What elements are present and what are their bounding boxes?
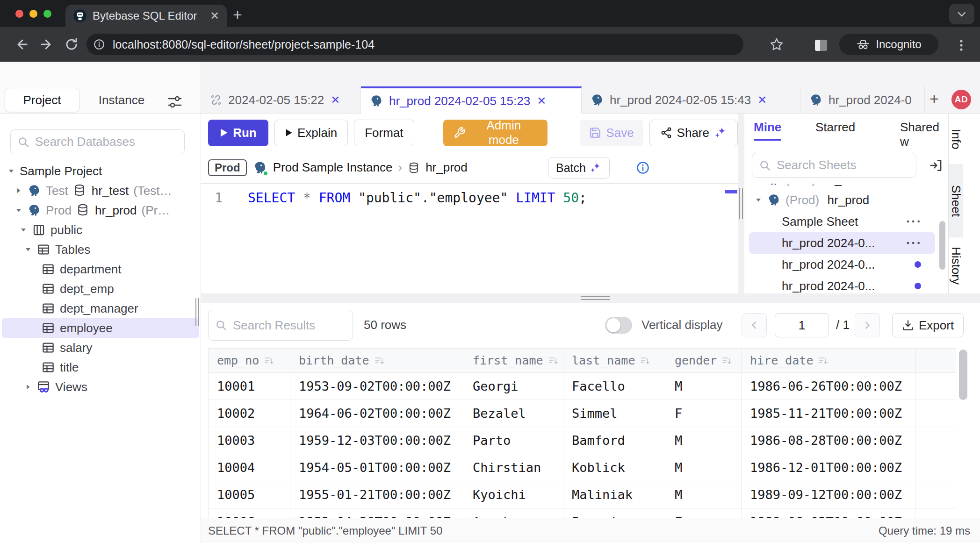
vertical-display-toggle[interactable]	[605, 317, 632, 334]
search-databases-input[interactable]: Search Databases	[10, 129, 185, 154]
sheet-item[interactable]: hr_prod 2024-0...	[744, 254, 948, 275]
table-row[interactable]: 100021964-06-02T00:00:00ZBezalelSimmelF1…	[209, 400, 957, 427]
table-row[interactable]: 100041954-05-01T00:00:00ZChirstianKoblic…	[209, 454, 957, 481]
editor-tab[interactable]: hr_prod 2024-02-05 15:43✕	[582, 86, 800, 114]
table-cell[interactable]: 10003	[209, 427, 290, 454]
caret-down-icon[interactable]	[20, 226, 27, 234]
back-icon[interactable]	[14, 37, 29, 52]
admin-mode-button[interactable]: Admin mode	[443, 120, 548, 146]
tree-item[interactable]: employee	[2, 318, 199, 338]
page-number-input[interactable]: 1	[775, 313, 829, 337]
share-button[interactable]: Share	[649, 120, 738, 146]
info-icon[interactable]	[636, 161, 650, 175]
table-row[interactable]: 100051955-01-21T00:00:00ZKyoichiMaliniak…	[209, 481, 957, 508]
caret-down-icon[interactable]	[7, 167, 15, 175]
caret-right-icon[interactable]	[15, 187, 22, 194]
column-header[interactable]: hire_date	[742, 349, 915, 373]
prev-page-button[interactable]	[742, 313, 767, 337]
table-row[interactable]: 100031959-12-03T00:00:00ZPartoBamfordM19…	[209, 427, 957, 454]
format-button[interactable]: Format	[354, 120, 414, 146]
database-name[interactable]: hr_prod	[425, 160, 468, 175]
table-cell[interactable]: 1964-06-02T00:00:00Z	[290, 400, 464, 427]
export-button[interactable]: Export	[892, 313, 964, 337]
sheet-tab-shared-w[interactable]: Shared w	[900, 120, 948, 149]
column-header[interactable]: first_name	[464, 349, 563, 373]
next-page-button[interactable]	[855, 313, 880, 337]
table-cell[interactable]: 10001	[209, 373, 290, 400]
collapse-panel-icon[interactable]	[929, 158, 944, 173]
tree-item[interactable]: salary	[0, 338, 201, 357]
close-tab-icon[interactable]: ✕	[331, 93, 340, 107]
editor-tab[interactable]: 2024-02-05 15:22✕	[201, 86, 361, 114]
table-cell[interactable]: 1986-12-01T00:00:00Z	[742, 454, 915, 481]
sheet-item[interactable]: Sample Sheet···	[744, 211, 948, 232]
table-cell[interactable]: M	[666, 454, 742, 481]
sort-icon[interactable]	[374, 355, 385, 366]
bookmark-star-icon[interactable]	[769, 37, 784, 52]
table-cell[interactable]: 1989-09-12T00:00:00Z	[742, 481, 915, 508]
table-cell[interactable]: M	[666, 481, 742, 508]
user-avatar[interactable]: AD	[951, 90, 971, 109]
table-cell[interactable]: Koblick	[563, 454, 666, 481]
table-cell[interactable]: 1985-11-21T00:00:00Z	[742, 400, 915, 427]
column-header[interactable]: last_name	[563, 349, 666, 373]
side-tab-history[interactable]: History	[949, 237, 963, 293]
sheet-group[interactable]: (Prod) hr_prod	[744, 189, 948, 211]
table-cell[interactable]: 1955-01-21T00:00:00Z	[290, 481, 464, 508]
tree-item[interactable]: public	[0, 220, 201, 240]
table-cell[interactable]: Parto	[464, 427, 563, 454]
close-tab-icon[interactable]: ✕	[537, 94, 546, 107]
window-close-button[interactable]	[15, 10, 23, 18]
table-cell[interactable]: 10005	[209, 481, 290, 508]
sheet-group[interactable]: (Test) hr_test	[744, 184, 948, 189]
table-cell[interactable]: 1986-06-26T00:00:00Z	[742, 373, 915, 400]
tree-item[interactable]: Views	[0, 377, 201, 397]
site-info-icon[interactable]	[93, 38, 105, 50]
table-cell[interactable]: Anneke	[464, 508, 563, 518]
reload-icon[interactable]	[64, 37, 79, 52]
sheet-list-scrollbar[interactable]	[939, 221, 945, 270]
table-cell[interactable]: Georgi	[464, 373, 563, 400]
side-tab-sheet[interactable]: Sheet	[949, 164, 963, 237]
caret-down-icon[interactable]	[755, 196, 762, 204]
table-cell[interactable]: 1953-09-02T00:00:00Z	[290, 373, 464, 400]
new-sheet-tab-button[interactable]: +	[930, 91, 939, 107]
tree-item[interactable]: Sample Project	[0, 161, 201, 181]
sort-icon[interactable]	[264, 355, 275, 366]
tree-item[interactable]: dept_emp	[0, 279, 201, 299]
run-button[interactable]: Run	[208, 120, 268, 146]
caret-down-icon[interactable]	[24, 246, 32, 253]
filter-settings-icon[interactable]	[166, 93, 183, 110]
side-tab-info[interactable]: Info	[949, 114, 963, 164]
sort-icon[interactable]	[548, 355, 559, 366]
address-bar[interactable]: localhost:8080/sql-editor/sheet/project-…	[86, 34, 743, 55]
sheet-tab-mine[interactable]: Mine	[754, 120, 781, 141]
browser-tab[interactable]: Bytebase SQL Editor ✕	[65, 5, 227, 27]
tree-item[interactable]: Tables	[0, 240, 201, 259]
browser-menu-icon[interactable]	[954, 38, 969, 53]
table-cell[interactable]: 1954-05-01T00:00:00Z	[290, 454, 464, 481]
sort-icon[interactable]	[721, 355, 733, 366]
column-header[interactable]: emp_no	[209, 349, 290, 373]
close-tab-icon[interactable]: ✕	[757, 93, 767, 107]
tree-item[interactable]: department	[0, 259, 201, 279]
editor-sheet-divider[interactable]	[738, 114, 744, 293]
sheet-item[interactable]: hr_prod 2024-0...	[744, 275, 948, 293]
column-header[interactable]: gender	[666, 349, 742, 373]
batch-button[interactable]: Batch	[548, 157, 610, 179]
results-scrollbar[interactable]	[959, 350, 967, 400]
more-menu-icon[interactable]: ···	[906, 236, 922, 250]
table-cell[interactable]: Chirstian	[464, 454, 563, 481]
sidebar-resize-handle[interactable]	[195, 298, 200, 326]
window-zoom-button[interactable]	[43, 10, 51, 18]
tree-item[interactable]: Prodhr_prod (Pr…	[0, 200, 201, 220]
sheet-item[interactable]: hr_prod 2024-0...···	[749, 232, 935, 254]
table-cell[interactable]: 1959-12-03T00:00:00Z	[290, 427, 464, 454]
table-cell[interactable]: 1986-08-28T00:00:00Z	[742, 427, 915, 454]
editor-scrollbar[interactable]	[724, 185, 738, 293]
table-row[interactable]: 100061953-04-20T00:00:00ZAnnekePreusigF1…	[209, 508, 957, 518]
tree-item[interactable]: Testhr_test (Test…	[0, 181, 201, 200]
explain-button[interactable]: Explain	[274, 120, 348, 146]
table-cell[interactable]: 1989-06-02T00:00:00Z	[742, 508, 915, 518]
table-cell[interactable]: Maliniak	[563, 481, 666, 508]
